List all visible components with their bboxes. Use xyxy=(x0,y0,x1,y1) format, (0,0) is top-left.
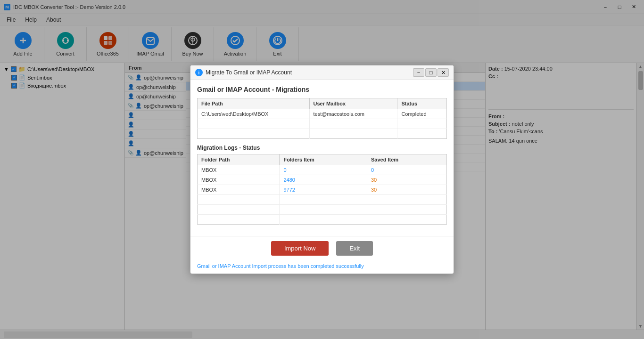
modal-exit-button[interactable]: Exit xyxy=(336,241,373,256)
migration-header-status: Status xyxy=(397,98,447,109)
modal-footer: Import Now Exit xyxy=(190,236,454,260)
log-folder: MBOX xyxy=(198,165,280,175)
modal-close-button[interactable]: ✕ xyxy=(438,68,449,77)
modal-icon: i xyxy=(195,69,203,76)
log-saved-item: 30 xyxy=(367,175,446,185)
migration-header-mailbox: User Mailbox xyxy=(309,98,397,109)
log-folder: MBOX xyxy=(198,185,280,195)
logs-header-saved-item: Saved Item xyxy=(367,154,446,165)
logs-table: Folder Path Folders Item Saved Item MBOX… xyxy=(197,154,447,225)
modal-title-bar: i Migrate To Gmail or IMAP Account − □ ✕ xyxy=(190,65,454,80)
log-saved-item: 0 xyxy=(367,165,446,175)
log-row: MBOX 9772 30 xyxy=(198,185,447,195)
log-row-empty2 xyxy=(198,205,447,215)
logs-header-folders-item: Folders Item xyxy=(280,154,367,165)
modal-status-message: Gmail or IMAP Account Import process has… xyxy=(190,260,454,274)
modal-minimize-button[interactable]: − xyxy=(413,68,424,77)
modal-overlay: i Migrate To Gmail or IMAP Account − □ ✕… xyxy=(0,0,644,339)
log-folders-item: 9772 xyxy=(280,185,367,195)
import-now-button[interactable]: Import Now xyxy=(271,241,329,256)
modal-body: Gmail or IMAP Account - Migrations File … xyxy=(190,80,454,236)
modal-section-title: Gmail or IMAP Account - Migrations xyxy=(197,86,447,93)
logs-header-folder: Folder Path xyxy=(198,154,280,165)
migration-row-empty2 xyxy=(198,129,447,139)
log-row-empty3 xyxy=(198,215,447,225)
migrate-modal: i Migrate To Gmail or IMAP Account − □ ✕… xyxy=(190,65,454,274)
modal-title-left: i Migrate To Gmail or IMAP Account xyxy=(195,69,292,76)
log-saved-item: 30 xyxy=(367,185,446,195)
modal-maximize-button[interactable]: □ xyxy=(425,68,437,77)
log-folders-item: 2480 xyxy=(280,175,367,185)
migration-filepath: C:\Users\ved\Desktop\MBOX xyxy=(198,109,310,119)
log-row: MBOX 2480 30 xyxy=(198,175,447,185)
migration-row-empty xyxy=(198,119,447,129)
migration-row: C:\Users\ved\Desktop\MBOX test@macostool… xyxy=(198,109,447,119)
migration-table: File Path User Mailbox Status C:\Users\v… xyxy=(197,98,447,139)
logs-section-label: Migration Logs - Status xyxy=(197,145,447,151)
log-row: MBOX 0 0 xyxy=(198,165,447,175)
modal-window-controls: − □ ✕ xyxy=(413,68,449,77)
modal-title: Migrate To Gmail or IMAP Account xyxy=(206,69,292,76)
migration-status: Completed xyxy=(397,109,447,119)
migration-mailbox: test@macostools.com xyxy=(309,109,397,119)
log-row-empty xyxy=(198,195,447,205)
log-folder: MBOX xyxy=(198,175,280,185)
migration-header-filepath: File Path xyxy=(198,98,310,109)
log-folders-item: 0 xyxy=(280,165,367,175)
